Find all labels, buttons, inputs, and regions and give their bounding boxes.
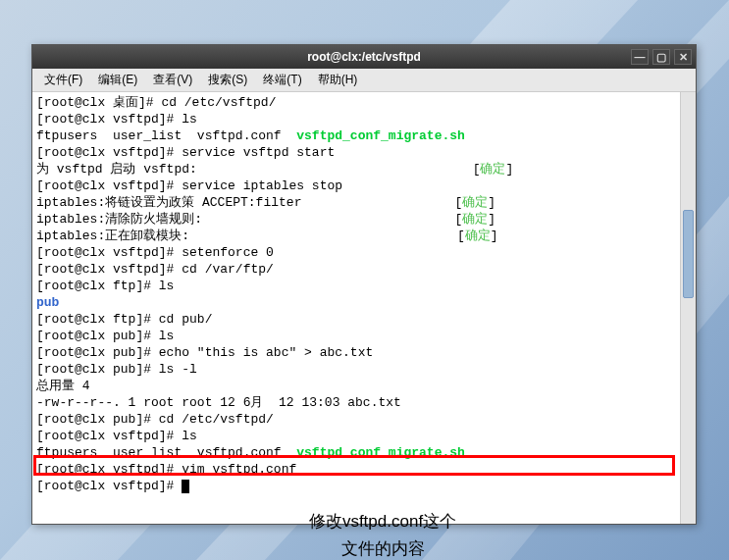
menu-view[interactable]: 查看(V)	[147, 70, 198, 90]
terminal-line: pub	[36, 294, 676, 311]
menu-edit[interactable]: 编辑(E)	[92, 70, 143, 90]
terminal-line: [root@clx ftp]# ls	[36, 278, 676, 294]
maximize-button[interactable]: ▢	[652, 49, 670, 65]
menu-file[interactable]: 文件(F)	[38, 70, 88, 90]
terminal-line: [root@clx vsftpd]# ls	[36, 428, 676, 444]
scrollbar-thumb[interactable]	[683, 210, 694, 298]
terminal-line: [root@clx vsftpd]# cd /var/ftp/	[36, 261, 676, 278]
annotation-line2: 文件的内容	[255, 537, 510, 560]
titlebar[interactable]: root@clx:/etc/vsftpd — ▢ ✕	[32, 45, 696, 69]
terminal-line: [root@clx vsftpd]# vim vsftpd.conf	[36, 461, 676, 478]
terminal-line: [root@clx vsftpd]# ls	[36, 111, 676, 127]
close-button[interactable]: ✕	[674, 49, 692, 65]
terminal-line: [root@clx vsftpd]# service iptables stop	[36, 178, 676, 194]
terminal-output[interactable]: [root@clx 桌面]# cd /etc/vsftpd/[root@clx …	[32, 92, 680, 524]
terminal-line: iptables:清除防火墙规则: [确定]	[36, 211, 676, 228]
terminal-line: [root@clx 桌面]# cd /etc/vsftpd/	[36, 94, 676, 111]
terminal-line: 总用量 4	[36, 378, 676, 394]
terminal-line: 为 vsftpd 启动 vsftpd: [确定]	[36, 161, 676, 178]
annotation-line1: 修改vsftpd.conf这个	[255, 510, 510, 533]
terminal-line: ftpusers user_list vsftpd.conf vsftpd_co…	[36, 127, 676, 144]
terminal-line: [root@clx vsftpd]#	[36, 478, 676, 494]
terminal-line: iptables:正在卸载模块: [确定]	[36, 228, 676, 244]
terminal-line: iptables:将链设置为政策 ACCEPT:filter [确定]	[36, 194, 676, 211]
menubar: 文件(F) 编辑(E) 查看(V) 搜索(S) 终端(T) 帮助(H)	[32, 69, 696, 92]
menu-terminal[interactable]: 终端(T)	[257, 70, 307, 90]
terminal-line: ftpusers user_list vsftpd.conf vsftpd_co…	[36, 444, 676, 461]
window-title: root@clx:/etc/vsftpd	[307, 50, 421, 64]
terminal-line: [root@clx pub]# ls -l	[36, 361, 676, 378]
menu-search[interactable]: 搜索(S)	[202, 70, 253, 90]
terminal-line: [root@clx pub]# ls	[36, 328, 676, 344]
menu-help[interactable]: 帮助(H)	[312, 70, 364, 90]
terminal-line: [root@clx vsftpd]# setenforce 0	[36, 244, 676, 261]
terminal-line: [root@clx ftp]# cd pub/	[36, 311, 676, 328]
terminal-line: [root@clx vsftpd]# service vsftpd start	[36, 144, 676, 161]
terminal-line: [root@clx pub]# cd /etc/vsftpd/	[36, 411, 676, 428]
terminal-line: -rw-r--r--. 1 root root 12 6月 12 13:03 a…	[36, 394, 676, 411]
scrollbar[interactable]	[680, 92, 696, 524]
terminal-line: [root@clx pub]# echo "this is abc" > abc…	[36, 344, 676, 361]
terminal-window: root@clx:/etc/vsftpd — ▢ ✕ 文件(F) 编辑(E) 查…	[31, 44, 697, 525]
cursor	[182, 480, 189, 493]
minimize-button[interactable]: —	[631, 49, 649, 65]
